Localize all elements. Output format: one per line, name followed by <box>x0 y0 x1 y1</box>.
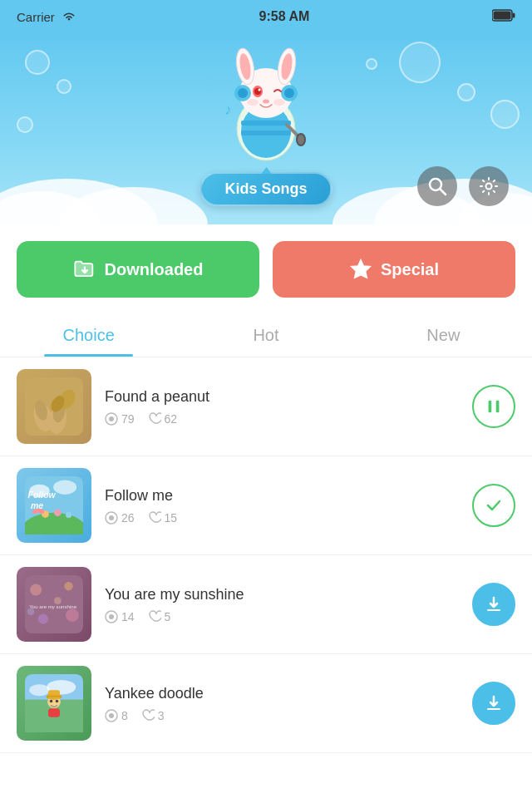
bubble-4 <box>457 83 475 101</box>
svg-text:♪: ♪ <box>224 101 232 118</box>
downloaded-label: Downloaded <box>105 260 204 279</box>
svg-point-79 <box>56 700 59 703</box>
yankee-thumb <box>25 674 83 732</box>
settings-button[interactable] <box>469 166 509 206</box>
svg-rect-76 <box>48 690 60 699</box>
search-button[interactable] <box>417 166 457 206</box>
play-count: 8 <box>105 709 128 722</box>
svg-rect-11 <box>241 121 291 126</box>
svg-rect-80 <box>48 708 60 717</box>
like-count: 3 <box>141 709 165 722</box>
svg-point-60 <box>30 584 42 596</box>
special-button[interactable]: Special <box>273 241 515 298</box>
song-item[interactable]: Found a peanut 79 62 <box>0 357 532 456</box>
svg-point-54 <box>66 512 71 518</box>
svg-point-24 <box>259 89 261 91</box>
svg-rect-44 <box>489 401 492 413</box>
svg-rect-45 <box>496 401 500 413</box>
svg-point-34 <box>486 184 492 190</box>
svg-rect-77 <box>47 695 62 697</box>
song-title: Follow me <box>105 487 459 505</box>
song-info: You are my sunshine 14 5 <box>105 586 459 623</box>
tab-hot[interactable]: Hot <box>177 314 354 357</box>
app-title-text: Kids Songs <box>224 180 307 197</box>
song-thumbnail <box>17 369 91 444</box>
action-row: Downloaded Special <box>0 224 532 314</box>
svg-point-25 <box>263 100 269 104</box>
downloaded-button[interactable]: Downloaded <box>17 241 259 298</box>
bubble-2 <box>57 79 71 94</box>
mascot-svg: ♪ <box>216 42 316 162</box>
play-count: 14 <box>105 610 135 623</box>
svg-point-30 <box>298 135 304 145</box>
svg-point-27 <box>273 99 285 106</box>
song-item[interactable]: You are my sunshine You are my sunshine … <box>0 555 532 654</box>
svg-rect-2 <box>493 12 510 20</box>
peanut-thumb <box>25 377 83 436</box>
svg-text:You are my sunshine: You are my sunshine <box>29 603 76 609</box>
like-count: 5 <box>148 610 171 623</box>
play-count: 79 <box>105 412 135 426</box>
song-meta: 79 62 <box>105 412 459 426</box>
song-title: You are my sunshine <box>105 586 459 603</box>
svg-point-82 <box>109 713 114 718</box>
song-info: Found a peanut 79 62 <box>105 388 459 426</box>
play-count: 26 <box>105 511 135 525</box>
song-info: Yankee doodle 8 3 <box>105 685 459 722</box>
song-meta: 14 5 <box>105 610 459 623</box>
eye-icon <box>105 610 118 623</box>
search-icon <box>427 176 447 196</box>
mascot-container: ♪ <box>216 42 316 165</box>
check-icon <box>484 495 504 515</box>
svg-rect-1 <box>512 13 515 18</box>
svg-point-3 <box>0 179 158 224</box>
tab-choice[interactable]: Choice <box>0 314 177 357</box>
downloaded-check-icon[interactable] <box>472 484 515 527</box>
battery-icon <box>492 9 515 22</box>
svg-point-26 <box>247 99 259 106</box>
svg-line-33 <box>441 190 446 195</box>
song-title: Found a peanut <box>105 388 459 406</box>
download-button[interactable] <box>472 583 515 626</box>
download-button[interactable] <box>472 682 515 725</box>
svg-point-61 <box>64 582 73 591</box>
svg-point-50 <box>53 480 76 495</box>
bubble-7 <box>17 116 33 133</box>
bubble-1 <box>25 50 50 75</box>
settings-icon <box>479 176 499 196</box>
song-meta: 8 3 <box>105 709 459 722</box>
svg-text:me: me <box>31 500 43 510</box>
heart-icon <box>148 412 161 426</box>
download-icon <box>484 594 504 614</box>
svg-point-4 <box>58 187 208 224</box>
status-battery <box>492 9 515 24</box>
pause-icon <box>485 397 503 416</box>
svg-rect-12 <box>241 131 291 135</box>
song-list: Found a peanut 79 62 F <box>0 357 532 753</box>
hero-section: ♪ Kids Songs <box>0 33 532 224</box>
tab-new[interactable]: New <box>355 314 532 357</box>
svg-point-68 <box>109 614 114 619</box>
svg-point-63 <box>38 613 48 623</box>
star-icon <box>349 258 372 281</box>
status-time: 9:58 AM <box>259 9 310 24</box>
svg-point-5 <box>0 191 100 224</box>
song-item[interactable]: Yankee doodle 8 3 <box>0 654 532 753</box>
svg-point-58 <box>109 515 114 520</box>
wifi-icon <box>62 11 76 22</box>
eye-icon <box>105 511 118 525</box>
svg-point-73 <box>29 684 50 696</box>
song-thumbnail: You are my sunshine <box>17 567 91 642</box>
eye-icon <box>105 412 118 426</box>
bubble-3 <box>399 42 441 83</box>
svg-point-21 <box>284 88 294 98</box>
song-item[interactable]: Follow me Follow me 26 <box>0 456 532 555</box>
playing-icon[interactable] <box>472 385 515 428</box>
like-count: 15 <box>148 511 178 525</box>
svg-point-19 <box>238 88 248 98</box>
eye-icon <box>105 709 118 722</box>
download-icon <box>484 693 504 713</box>
like-count: 62 <box>148 412 178 426</box>
heart-icon <box>148 610 161 623</box>
carrier-label: Carrier <box>17 10 55 24</box>
